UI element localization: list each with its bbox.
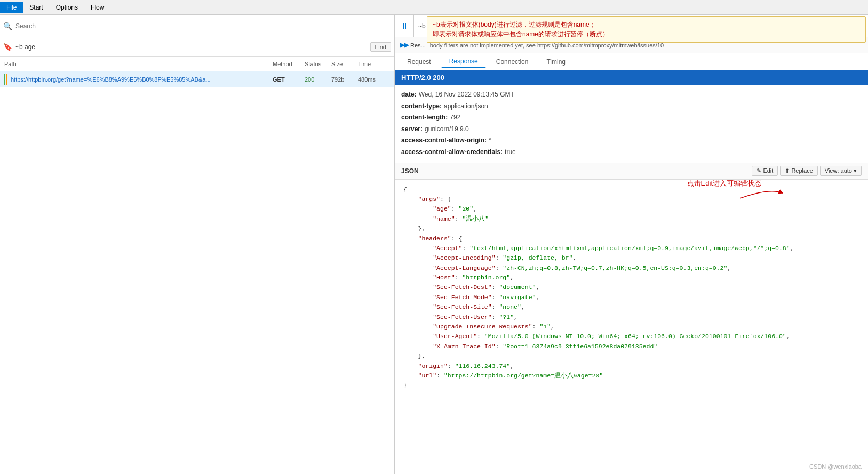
row-size: 792b	[331, 76, 358, 83]
tabs-bar: Request Response Connection Timing	[395, 53, 868, 70]
search-icon: 🔍	[3, 22, 12, 30]
header-content-length: content-length: 792	[401, 112, 862, 124]
table-row[interactable]: https://httpbin.org/get?name=%E6%B8%A9%E…	[0, 71, 394, 87]
header-cl-val: 792	[450, 112, 460, 124]
json-section: JSON ✎ Edit ⬆ Replace View: auto ▾ 点击Edi…	[395, 163, 868, 474]
col-status-header: Status	[305, 61, 331, 67]
table-body: https://httpbin.org/get?name=%E6%B8%A9%E…	[0, 71, 394, 474]
header-acao: access-control-allow-origin: *	[401, 135, 862, 147]
forward-label: Res...	[410, 42, 426, 49]
view-button[interactable]: View: auto ▾	[820, 166, 862, 176]
col-time-header: Time	[358, 61, 390, 67]
row-time: 480ms	[358, 76, 390, 83]
green-indicator	[4, 74, 5, 85]
tab-timing[interactable]: Timing	[538, 55, 574, 68]
header-ct-key: content-type:	[401, 101, 442, 113]
header-acac-key: access-control-allow-credentials:	[401, 147, 503, 158]
filter-value: ~b age	[15, 43, 367, 51]
header-date-key: date:	[401, 89, 417, 101]
menu-file[interactable]: File	[0, 2, 23, 13]
row-method: GET	[273, 76, 305, 83]
tab-response[interactable]: Response	[441, 55, 486, 68]
annotation-title: ~b表示对报文体(body)进行过滤，过滤规则是包含name；	[433, 20, 860, 29]
header-ct-val: application/json	[444, 101, 488, 113]
filter-icon: 🔖	[3, 43, 12, 51]
search-bar: 🔍	[0, 15, 394, 37]
find-button[interactable]: Find	[370, 42, 391, 52]
menu-bar: File Start Options Flow	[0, 0, 868, 15]
right-panel: ~b表示对报文体(body)进行过滤，过滤规则是包含name； 即表示对请求体或…	[395, 15, 868, 474]
header-server: server: gunicorn/19.9.0	[401, 124, 862, 135]
table-header: Path Method Status Size Time	[0, 57, 394, 71]
header-date: date: Wed, 16 Nov 2022 09:13:45 GMT	[401, 89, 862, 101]
body-filter-text: body filters are not implemented yet, se…	[430, 42, 664, 49]
left-panel: 🔍 🔖 ~b age Find Path Method Status Size …	[0, 15, 395, 474]
filter-bar: 🔖 ~b age Find	[0, 37, 394, 57]
main-layout: 🔍 🔖 ~b age Find Path Method Status Size …	[0, 15, 868, 474]
http-status-line: HTTP/2.0 200	[395, 70, 868, 85]
menu-flow[interactable]: Flow	[84, 2, 110, 13]
col-method-header: Method	[273, 61, 305, 67]
col-size-header: Size	[331, 61, 358, 67]
search-input[interactable]	[15, 22, 391, 30]
forward-button[interactable]: ▶▶ Res...	[400, 42, 426, 49]
menu-start[interactable]: Start	[23, 2, 49, 13]
row-status: 200	[305, 76, 331, 83]
header-acao-val: *	[489, 135, 491, 147]
json-toolbar: JSON ✎ Edit ⬆ Replace View: auto ▾	[395, 163, 868, 180]
row-path: https://httpbin.org/get?name=%E6%B8%A9%E…	[11, 76, 273, 83]
response-area: HTTP/2.0 200 date: Wed, 16 Nov 2022 09:1…	[395, 70, 868, 474]
header-cl-key: content-length:	[401, 112, 448, 124]
header-content-type: content-type: application/json	[401, 101, 862, 113]
pause-button[interactable]: ⏸	[395, 15, 414, 37]
annotation-box: ~b表示对报文体(body)进行过滤，过滤规则是包含name； 即表示对请求体或…	[427, 16, 866, 43]
replace-button[interactable]: ⬆ Replace	[780, 166, 817, 176]
header-srv-key: server:	[401, 124, 423, 135]
header-acao-key: access-control-allow-origin:	[401, 135, 487, 147]
header-srv-val: gunicorn/19.9.0	[425, 124, 469, 135]
forward-arrows-icon: ▶▶	[400, 42, 409, 49]
json-body: { "args": { "age": "20", "name": "温小八" }…	[395, 180, 868, 474]
edit-button[interactable]: ✎ Edit	[752, 166, 778, 176]
watermark: CSDN @wenxiaoba	[809, 463, 862, 470]
response-headers: date: Wed, 16 Nov 2022 09:13:45 GMT cont…	[395, 85, 868, 163]
tab-request[interactable]: Request	[399, 55, 439, 68]
tab-connection[interactable]: Connection	[488, 55, 537, 68]
annotation-body: 即表示对请求体或响应体中包含name的请求进行暂停（断点）	[433, 29, 860, 39]
header-acac: access-control-allow-credentials: true	[401, 147, 862, 158]
json-label: JSON	[401, 167, 750, 175]
orange-indicator	[6, 74, 7, 85]
row-indicator	[4, 74, 7, 85]
header-acac-val: true	[505, 147, 516, 158]
col-path-header: Path	[4, 61, 273, 67]
header-date-val: Wed, 16 Nov 2022 09:13:45 GMT	[419, 89, 514, 101]
menu-options[interactable]: Options	[50, 2, 84, 13]
